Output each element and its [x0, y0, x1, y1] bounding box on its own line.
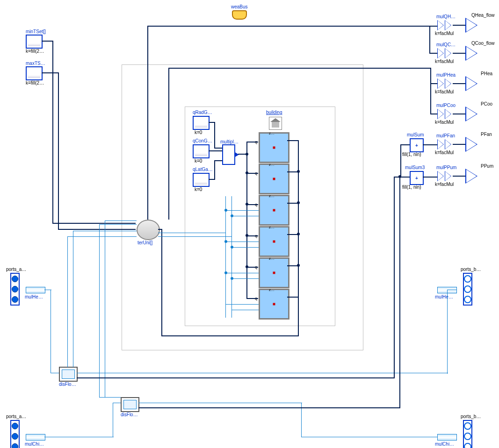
- disFlo-2: [121, 397, 139, 412]
- pipe: [225, 210, 259, 211]
- PPum-port: [465, 169, 477, 184]
- wire: [209, 150, 222, 151]
- mulSum3-sub: fill(1, nin): [402, 185, 421, 190]
- zone-1: [259, 132, 289, 163]
- qConG-k: k=0: [195, 158, 202, 164]
- wire: [58, 72, 59, 229]
- wire: [246, 298, 258, 299]
- mulChi-left-label: mulChi…: [25, 441, 44, 447]
- mulPCoo-block: [437, 108, 456, 121]
- PFan-port: [465, 137, 477, 152]
- mulPFan-label: mulPFan: [436, 133, 455, 138]
- wire: [298, 140, 299, 318]
- wire: [42, 72, 59, 73]
- pipe: [158, 236, 231, 237]
- zone-6-z: z…: [269, 288, 275, 292]
- weabus-connector: [232, 10, 247, 20]
- wire: [214, 160, 222, 161]
- node: [231, 246, 233, 249]
- mulPHea-k: k=facMul: [435, 89, 454, 94]
- qRadG-k: k=0: [195, 130, 202, 135]
- ports-a2-label: ports_a…: [6, 414, 26, 419]
- node: [297, 170, 300, 173]
- ports-a1: [10, 273, 20, 306]
- mulPPum-block: [437, 171, 456, 183]
- pipe: [44, 437, 114, 437]
- mulQH-k: k=facMul: [435, 31, 454, 36]
- multiplex-block: [222, 144, 235, 165]
- ports-b2-label: ports_b…: [461, 414, 481, 419]
- pipe: [138, 403, 302, 403]
- wire: [147, 26, 430, 27]
- qLatGa-block: [193, 173, 210, 187]
- QCoo_flow-port: [465, 46, 477, 61]
- pipe: [113, 403, 113, 437]
- mulQC-block: [437, 48, 456, 60]
- mulSum3-block: +: [410, 171, 424, 185]
- pipe-left-he: [26, 287, 45, 293]
- disFlo-1-label: disFlo…: [59, 382, 76, 387]
- pipe: [231, 196, 232, 237]
- zone-1-z: z…: [269, 131, 275, 135]
- mulPPum-label: mulPPum: [436, 165, 456, 170]
- wire: [453, 176, 465, 177]
- pipe-right-chi: [437, 434, 457, 441]
- wire: [430, 114, 437, 114]
- pipe: [51, 373, 59, 373]
- maxTS-k: k=fill(2…: [26, 80, 44, 85]
- wire: [400, 144, 401, 177]
- wire: [453, 83, 465, 84]
- mulPCoo-label: mulPCoo: [436, 103, 456, 108]
- wire: [214, 122, 215, 148]
- PHea-label: PHea: [481, 71, 492, 76]
- wire: [423, 177, 437, 178]
- node: [224, 240, 227, 243]
- mulQC-k: k=facMul: [435, 59, 454, 64]
- wire: [430, 83, 437, 84]
- QCoo_flow-label: QCoo_flow: [471, 41, 494, 46]
- mulSum-sub: fill(1, nin): [402, 152, 421, 157]
- wire: [298, 317, 299, 336]
- PFan-label: PFan: [481, 132, 492, 137]
- wire: [214, 160, 215, 180]
- wire: [52, 41, 53, 223]
- node: [246, 171, 248, 174]
- wire: [138, 407, 400, 408]
- wire: [287, 140, 299, 141]
- mulQH-block: [437, 20, 456, 32]
- wire: [158, 229, 162, 230]
- node: [231, 214, 233, 217]
- node: [224, 209, 227, 212]
- terUni-block: [137, 220, 160, 240]
- mulQH-label: mulQH…: [436, 14, 456, 19]
- maxTS-label: maxTS…: [26, 61, 45, 66]
- pipe: [447, 290, 448, 374]
- wire: [430, 68, 431, 114]
- wire: [453, 114, 465, 114]
- wire: [77, 377, 395, 378]
- pipe: [231, 310, 259, 310]
- wire: [423, 144, 437, 145]
- pipe: [77, 373, 448, 373]
- wire: [394, 177, 410, 178]
- PHea-port: [465, 76, 477, 91]
- qConG-block: [193, 144, 210, 158]
- wire: [147, 26, 148, 220]
- wire: [168, 68, 169, 220]
- pipe: [158, 233, 225, 233]
- zone-2: [259, 164, 289, 194]
- mulSum-label: mulSum: [407, 132, 424, 137]
- pipe: [225, 304, 259, 305]
- pipe: [225, 242, 259, 242]
- node: [246, 203, 248, 206]
- minTSet-k: k=fill(2…: [26, 49, 44, 54]
- mulHe-right-label: mulHe…: [435, 294, 453, 299]
- pipe: [99, 224, 100, 397]
- qConG-label: qConG…: [193, 138, 212, 143]
- ports-b1: [463, 273, 472, 306]
- mulPCoo-k: k=facMul: [435, 120, 454, 125]
- node: [231, 277, 233, 280]
- wire: [58, 229, 136, 230]
- pipe: [301, 437, 438, 437]
- zone-5-z: z…: [269, 256, 275, 261]
